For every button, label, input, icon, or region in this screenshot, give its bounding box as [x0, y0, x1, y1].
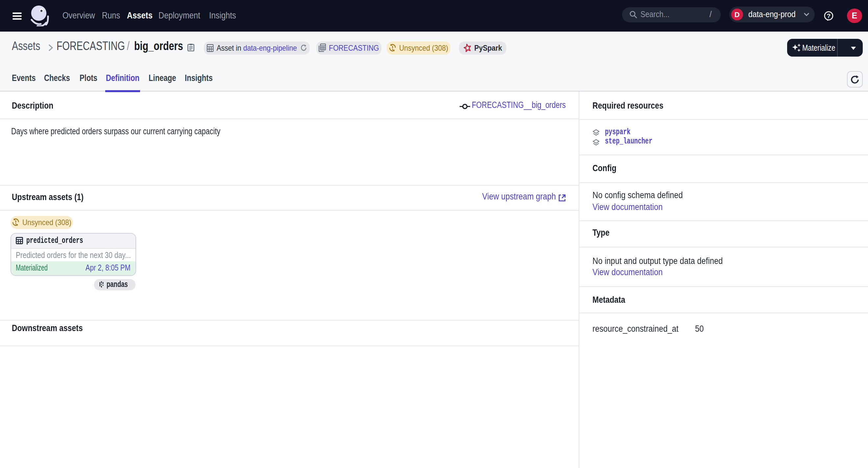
- svg-text:?: ?: [827, 12, 831, 19]
